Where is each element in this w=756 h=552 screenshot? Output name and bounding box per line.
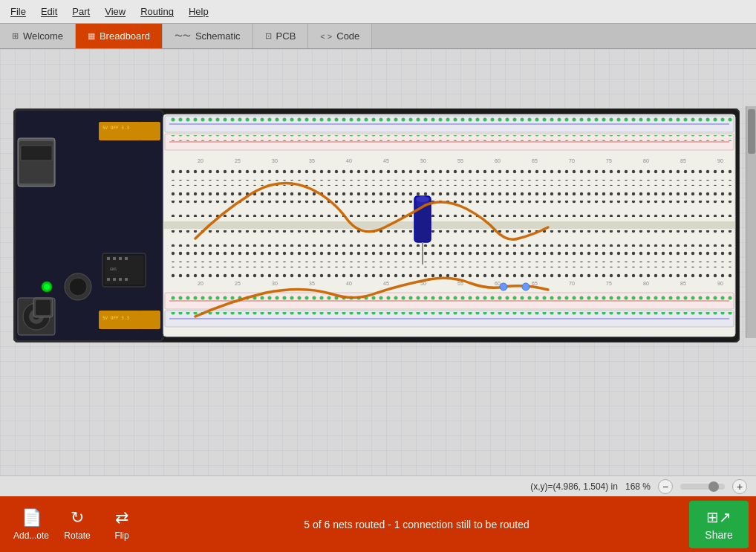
- svg-rect-87: [169, 272, 732, 278]
- zoom-level: 168 %: [625, 481, 651, 492]
- tab-pcb-label: PCB: [276, 30, 296, 42]
- breadboard-container[interactable]: 5V OFF 3.3 5V OFF 3.3 GNS: [13, 108, 740, 342]
- svg-rect-30: [125, 278, 128, 281]
- svg-rect-81: [169, 211, 732, 217]
- tab-breadboard-label: Breadboard: [100, 30, 150, 42]
- svg-rect-85: [169, 251, 732, 257]
- svg-text:75: 75: [606, 281, 612, 286]
- add-note-icon: 📄: [22, 508, 42, 527]
- zoom-in-button[interactable]: +: [732, 479, 747, 494]
- svg-text:20: 20: [198, 158, 203, 163]
- svg-rect-84: [169, 241, 732, 247]
- tab-code-label: Code: [336, 30, 359, 42]
- right-scrollbar[interactable]: [746, 106, 756, 338]
- svg-rect-27: [107, 278, 110, 281]
- tab-schematic[interactable]: 〜〜 Schematic: [163, 24, 253, 48]
- tab-code[interactable]: < > Code: [308, 24, 372, 48]
- tab-pcb[interactable]: ⊡ PCB: [253, 24, 309, 48]
- svg-text:70: 70: [569, 158, 575, 163]
- tab-bar: ⊞ Welcome ▦ Breadboard 〜〜 Schematic ⊡ PC…: [0, 24, 756, 49]
- svg-rect-19: [138, 311, 160, 329]
- svg-text:65: 65: [532, 158, 538, 163]
- share-label: Share: [705, 529, 732, 541]
- svg-text:25: 25: [235, 158, 241, 163]
- svg-text:25: 25: [235, 281, 241, 286]
- flip-button[interactable]: ⇄ Flip: [100, 505, 144, 544]
- svg-text:60: 60: [495, 281, 501, 286]
- pcb-icon: ⊡: [265, 31, 272, 41]
- welcome-icon: ⊞: [12, 31, 19, 41]
- svg-rect-26: [125, 257, 128, 260]
- svg-text:40: 40: [346, 281, 352, 286]
- svg-text:35: 35: [309, 281, 315, 286]
- add-note-label: Add...ote: [13, 530, 49, 541]
- svg-text:55: 55: [457, 158, 463, 163]
- flip-icon: ⇄: [115, 508, 128, 527]
- menu-help[interactable]: Help: [181, 3, 216, 20]
- svg-text:85: 85: [680, 281, 686, 286]
- svg-text:80: 80: [643, 281, 649, 286]
- flip-label: Flip: [114, 530, 128, 541]
- rotate-label: Rotate: [64, 530, 90, 541]
- menu-file[interactable]: File: [3, 3, 33, 20]
- svg-text:80: 80: [643, 158, 649, 163]
- svg-text:50: 50: [420, 158, 426, 163]
- svg-rect-74: [169, 135, 732, 141]
- coords-bar: (x,y)=(4.986, 1.504) in 168 % − +: [0, 475, 756, 496]
- tab-breadboard[interactable]: ▦ Breadboard: [76, 24, 163, 48]
- svg-text:75: 75: [606, 158, 612, 163]
- menu-part[interactable]: Part: [65, 3, 97, 20]
- tab-schematic-label: Schematic: [195, 30, 241, 42]
- code-icon: < >: [320, 32, 332, 41]
- zoom-slider[interactable]: [680, 484, 725, 490]
- add-note-button[interactable]: 📄 Add...ote: [7, 505, 55, 544]
- svg-rect-86: [169, 262, 732, 267]
- menu-bar: File Edit Part View Routing Help: [0, 0, 756, 24]
- scroll-thumb[interactable]: [748, 109, 755, 154]
- schematic-icon: 〜〜: [175, 30, 191, 42]
- svg-point-94: [500, 283, 507, 290]
- svg-point-10: [44, 284, 50, 290]
- zoom-out-button[interactable]: −: [658, 479, 673, 494]
- svg-text:85: 85: [680, 158, 686, 163]
- share-button[interactable]: ⊞↗ Share: [689, 501, 749, 548]
- breadboard-icon: ▦: [88, 31, 95, 41]
- svg-text:60: 60: [495, 158, 501, 163]
- tab-welcome[interactable]: ⊞ Welcome: [0, 24, 76, 48]
- svg-text:5V OFF 3.3: 5V OFF 3.3: [102, 315, 130, 320]
- rotate-icon: ↻: [71, 508, 84, 527]
- svg-text:45: 45: [383, 281, 389, 286]
- svg-rect-28: [113, 278, 116, 281]
- rotate-button[interactable]: ↻ Rotate: [55, 505, 100, 544]
- bottom-bar: 📄 Add...ote ↻ Rotate ⇄ Flip 5 of 6 nets …: [0, 496, 756, 552]
- svg-text:30: 30: [272, 281, 278, 286]
- canvas-area[interactable]: fritzing: [0, 49, 756, 521]
- svg-rect-82: [163, 221, 735, 229]
- svg-text:30: 30: [272, 158, 278, 163]
- svg-text:70: 70: [569, 281, 575, 286]
- svg-point-12: [69, 278, 87, 296]
- routing-status: 5 of 6 nets routed - 1 connection still …: [144, 519, 689, 530]
- svg-rect-25: [119, 257, 122, 260]
- svg-rect-29: [119, 278, 122, 281]
- svg-rect-78: [169, 180, 732, 186]
- svg-text:20: 20: [198, 281, 203, 286]
- svg-rect-83: [169, 230, 732, 236]
- svg-rect-77: [169, 169, 732, 175]
- svg-text:65: 65: [532, 281, 538, 286]
- menu-view[interactable]: View: [97, 3, 133, 20]
- menu-routing[interactable]: Routing: [133, 3, 181, 20]
- menu-edit[interactable]: Edit: [33, 3, 65, 20]
- svg-rect-24: [113, 257, 116, 260]
- svg-text:45: 45: [383, 158, 389, 163]
- svg-text:5V OFF 3.3: 5V OFF 3.3: [102, 125, 130, 130]
- svg-point-95: [522, 283, 529, 290]
- svg-text:90: 90: [717, 158, 723, 163]
- svg-rect-76: [169, 312, 732, 318]
- zoom-slider-thumb[interactable]: [708, 481, 719, 492]
- svg-point-90: [416, 196, 429, 202]
- svg-text:35: 35: [309, 158, 315, 163]
- xy-coords: (x,y)=(4.986, 1.504) in: [530, 481, 618, 492]
- tab-welcome-label: Welcome: [23, 30, 63, 42]
- svg-rect-4: [21, 146, 52, 160]
